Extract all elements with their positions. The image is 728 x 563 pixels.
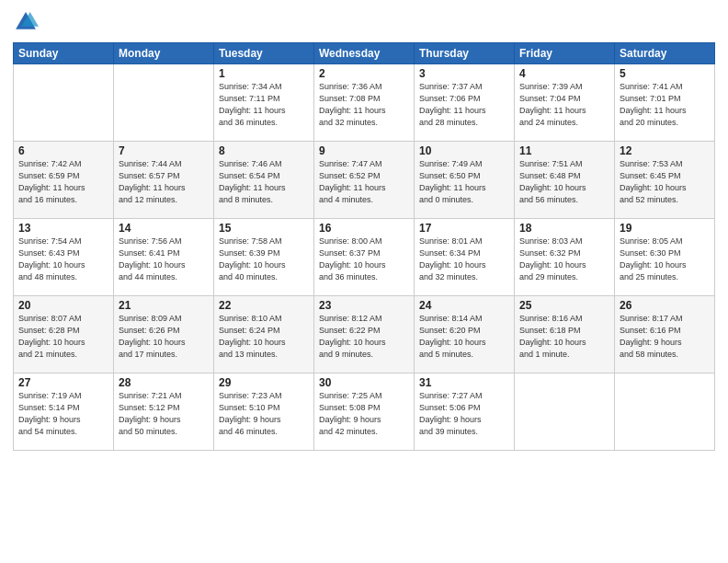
calendar-cell: 14Sunrise: 7:56 AM Sunset: 6:41 PM Dayli… [114,219,214,296]
day-number: 22 [219,299,309,312]
calendar-cell: 11Sunrise: 7:51 AM Sunset: 6:48 PM Dayli… [515,142,615,219]
day-info: Sunrise: 7:54 AM Sunset: 6:43 PM Dayligh… [18,236,108,283]
day-info: Sunrise: 8:01 AM Sunset: 6:34 PM Dayligh… [419,236,509,283]
day-number: 10 [419,144,509,157]
day-number: 8 [219,144,309,157]
day-of-week-header: Monday [114,43,214,64]
calendar-cell: 16Sunrise: 8:00 AM Sunset: 6:37 PM Dayli… [314,219,415,296]
day-info: Sunrise: 7:19 AM Sunset: 5:14 PM Dayligh… [18,390,108,438]
day-number: 13 [18,222,108,235]
calendar-cell [615,373,715,451]
calendar-cell: 6Sunrise: 7:42 AM Sunset: 6:59 PM Daylig… [14,142,114,219]
calendar-cell: 8Sunrise: 7:46 AM Sunset: 6:54 PM Daylig… [214,142,314,219]
day-of-week-header: Wednesday [314,43,415,64]
calendar-cell [515,373,615,451]
calendar-cell: 20Sunrise: 8:07 AM Sunset: 6:28 PM Dayli… [14,296,114,373]
day-info: Sunrise: 7:25 AM Sunset: 5:08 PM Dayligh… [319,390,409,438]
day-number: 21 [119,299,209,312]
day-number: 24 [419,299,509,312]
calendar-cell: 13Sunrise: 7:54 AM Sunset: 6:43 PM Dayli… [14,219,114,296]
calendar-cell [14,64,114,142]
day-info: Sunrise: 7:41 AM Sunset: 7:01 PM Dayligh… [620,81,710,129]
day-of-week-header: Sunday [14,43,114,64]
day-info: Sunrise: 7:23 AM Sunset: 5:10 PM Dayligh… [219,390,309,438]
day-info: Sunrise: 8:16 AM Sunset: 6:18 PM Dayligh… [519,313,609,361]
day-number: 30 [319,376,409,389]
calendar-cell: 26Sunrise: 8:17 AM Sunset: 6:16 PM Dayli… [615,296,715,373]
day-info: Sunrise: 8:14 AM Sunset: 6:20 PM Dayligh… [419,313,509,361]
calendar-week-row: 27Sunrise: 7:19 AM Sunset: 5:14 PM Dayli… [14,373,715,451]
day-number: 3 [419,67,509,80]
calendar-cell: 28Sunrise: 7:21 AM Sunset: 5:12 PM Dayli… [114,373,214,451]
day-number: 26 [620,299,710,312]
day-number: 29 [219,376,309,389]
day-number: 31 [419,376,509,389]
day-number: 4 [519,67,609,80]
day-number: 12 [620,144,710,157]
calendar-week-row: 20Sunrise: 8:07 AM Sunset: 6:28 PM Dayli… [14,296,715,373]
day-info: Sunrise: 8:09 AM Sunset: 6:26 PM Dayligh… [119,313,209,361]
day-info: Sunrise: 8:10 AM Sunset: 6:24 PM Dayligh… [219,313,309,361]
calendar-cell: 12Sunrise: 7:53 AM Sunset: 6:45 PM Dayli… [615,142,715,219]
calendar-cell: 10Sunrise: 7:49 AM Sunset: 6:50 PM Dayli… [415,142,515,219]
day-number: 18 [519,222,609,235]
calendar-week-row: 13Sunrise: 7:54 AM Sunset: 6:43 PM Dayli… [14,219,715,296]
day-of-week-header: Saturday [615,43,715,64]
calendar-cell: 27Sunrise: 7:19 AM Sunset: 5:14 PM Dayli… [14,373,114,451]
calendar-cell: 7Sunrise: 7:44 AM Sunset: 6:57 PM Daylig… [114,142,214,219]
header [13,9,715,35]
calendar-cell: 31Sunrise: 7:27 AM Sunset: 5:06 PM Dayli… [415,373,515,451]
calendar-cell: 5Sunrise: 7:41 AM Sunset: 7:01 PM Daylig… [615,64,715,142]
day-number: 27 [18,376,108,389]
day-info: Sunrise: 8:05 AM Sunset: 6:30 PM Dayligh… [620,236,710,283]
day-info: Sunrise: 7:42 AM Sunset: 6:59 PM Dayligh… [18,158,108,206]
day-info: Sunrise: 7:46 AM Sunset: 6:54 PM Dayligh… [219,158,309,206]
day-number: 23 [319,299,409,312]
calendar-cell: 22Sunrise: 8:10 AM Sunset: 6:24 PM Dayli… [214,296,314,373]
calendar-cell: 18Sunrise: 8:03 AM Sunset: 6:32 PM Dayli… [515,219,615,296]
calendar-cell: 25Sunrise: 8:16 AM Sunset: 6:18 PM Dayli… [515,296,615,373]
calendar-cell: 24Sunrise: 8:14 AM Sunset: 6:20 PM Dayli… [415,296,515,373]
day-number: 17 [419,222,509,235]
day-info: Sunrise: 7:44 AM Sunset: 6:57 PM Dayligh… [119,158,209,206]
day-info: Sunrise: 7:37 AM Sunset: 7:06 PM Dayligh… [419,81,509,129]
day-info: Sunrise: 7:56 AM Sunset: 6:41 PM Dayligh… [119,236,209,283]
day-info: Sunrise: 7:49 AM Sunset: 6:50 PM Dayligh… [419,158,509,206]
day-number: 14 [119,222,209,235]
day-info: Sunrise: 8:03 AM Sunset: 6:32 PM Dayligh… [519,236,609,283]
calendar-cell: 30Sunrise: 7:25 AM Sunset: 5:08 PM Dayli… [314,373,415,451]
day-info: Sunrise: 8:17 AM Sunset: 6:16 PM Dayligh… [620,313,710,361]
day-info: Sunrise: 7:51 AM Sunset: 6:48 PM Dayligh… [519,158,609,206]
day-number: 11 [519,144,609,157]
calendar-cell: 4Sunrise: 7:39 AM Sunset: 7:04 PM Daylig… [515,64,615,142]
day-number: 2 [319,67,409,80]
day-of-week-header: Tuesday [214,43,314,64]
calendar-cell: 1Sunrise: 7:34 AM Sunset: 7:11 PM Daylig… [214,64,314,142]
calendar-week-row: 6Sunrise: 7:42 AM Sunset: 6:59 PM Daylig… [14,142,715,219]
day-number: 19 [620,222,710,235]
calendar-header-row: SundayMondayTuesdayWednesdayThursdayFrid… [14,43,715,64]
day-of-week-header: Thursday [415,43,515,64]
calendar-week-row: 1Sunrise: 7:34 AM Sunset: 7:11 PM Daylig… [14,64,715,142]
day-info: Sunrise: 7:39 AM Sunset: 7:04 PM Dayligh… [519,81,609,129]
day-number: 6 [18,144,108,157]
day-info: Sunrise: 8:12 AM Sunset: 6:22 PM Dayligh… [319,313,409,361]
day-info: Sunrise: 8:00 AM Sunset: 6:37 PM Dayligh… [319,236,409,283]
day-number: 20 [18,299,108,312]
day-info: Sunrise: 7:47 AM Sunset: 6:52 PM Dayligh… [319,158,409,206]
calendar-cell: 9Sunrise: 7:47 AM Sunset: 6:52 PM Daylig… [314,142,415,219]
day-number: 9 [319,144,409,157]
day-number: 28 [119,376,209,389]
calendar-cell: 3Sunrise: 7:37 AM Sunset: 7:06 PM Daylig… [415,64,515,142]
day-number: 5 [620,67,710,80]
calendar-table: SundayMondayTuesdayWednesdayThursdayFrid… [13,42,715,451]
day-number: 25 [519,299,609,312]
day-number: 7 [119,144,209,157]
calendar-cell [114,64,214,142]
calendar-cell: 2Sunrise: 7:36 AM Sunset: 7:08 PM Daylig… [314,64,415,142]
calendar-cell: 19Sunrise: 8:05 AM Sunset: 6:30 PM Dayli… [615,219,715,296]
day-number: 15 [219,222,309,235]
day-info: Sunrise: 7:58 AM Sunset: 6:39 PM Dayligh… [219,236,309,283]
day-info: Sunrise: 8:07 AM Sunset: 6:28 PM Dayligh… [18,313,108,361]
day-info: Sunrise: 7:27 AM Sunset: 5:06 PM Dayligh… [419,390,509,438]
